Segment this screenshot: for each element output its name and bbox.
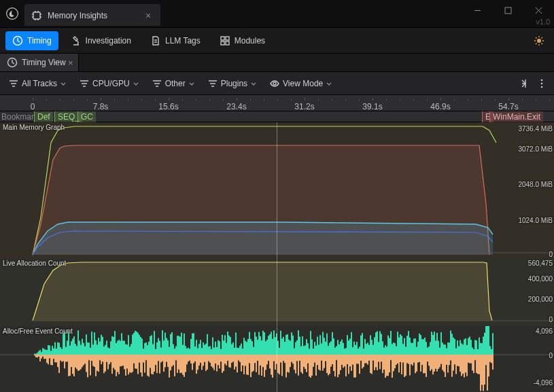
svg-rect-164 xyxy=(132,335,133,355)
svg-rect-301 xyxy=(224,355,226,363)
svg-rect-650 xyxy=(462,344,464,355)
maximize-button[interactable] xyxy=(493,0,523,20)
svg-rect-533 xyxy=(382,355,383,373)
bookmark-gc[interactable]: GC xyxy=(77,111,96,122)
svg-rect-472 xyxy=(341,340,343,355)
close-doc-tab-icon[interactable]: × xyxy=(66,58,75,68)
tab-timing[interactable]: Timing xyxy=(5,31,58,50)
svg-rect-83 xyxy=(76,355,77,369)
bookmark-winmain-exit[interactable]: WinMain.Exit xyxy=(489,111,543,122)
svg-rect-136 xyxy=(113,337,114,355)
svg-rect-541 xyxy=(387,355,389,376)
svg-rect-402 xyxy=(294,349,295,355)
svg-rect-662 xyxy=(470,340,472,355)
svg-rect-183 xyxy=(144,355,145,373)
svg-rect-470 xyxy=(340,342,341,355)
svg-rect-633 xyxy=(450,355,451,361)
svg-rect-207 xyxy=(160,355,162,362)
time-ruler[interactable]: 07.8s15.6s23.4s31.2s39.1s46.9s54.7s xyxy=(0,95,554,111)
svg-rect-195 xyxy=(152,355,154,374)
filter-other[interactable]: Other xyxy=(148,75,199,92)
window-tab-memory-insights[interactable]: Memory Insights × xyxy=(24,4,160,26)
svg-rect-403 xyxy=(294,355,295,370)
svg-rect-105 xyxy=(91,355,92,361)
cpu-filter-icon xyxy=(79,78,90,89)
svg-rect-455 xyxy=(329,355,330,374)
ruler-tick-label: 0 xyxy=(31,102,35,111)
svg-rect-30 xyxy=(41,352,42,355)
svg-rect-372 xyxy=(273,330,275,355)
svg-rect-694 xyxy=(492,333,494,355)
svg-rect-340 xyxy=(252,341,253,355)
svg-rect-112 xyxy=(97,344,98,355)
eye-icon xyxy=(269,78,280,89)
svg-rect-22 xyxy=(35,354,37,355)
svg-rect-28 xyxy=(39,350,41,355)
svg-rect-404 xyxy=(295,342,296,355)
svg-rect-270 xyxy=(204,345,205,355)
svg-rect-646 xyxy=(460,340,461,355)
svg-rect-104 xyxy=(91,332,92,355)
svg-rect-185 xyxy=(145,355,147,360)
svg-rect-409 xyxy=(298,355,299,376)
filter-all-tracks[interactable]: All Tracks xyxy=(4,75,71,92)
theme-toggle-button[interactable] xyxy=(530,31,549,50)
y-axis-label: 3736.4 MiB xyxy=(518,125,553,132)
timing-graphs-viewport[interactable]: Main Memory Graph 3736.4 MiB3072.0 MiB20… xyxy=(0,122,554,392)
svg-rect-367 xyxy=(269,355,271,368)
svg-rect-436 xyxy=(317,337,318,355)
filter-plugins[interactable]: Plugins xyxy=(203,75,261,92)
svg-rect-520 xyxy=(374,337,375,355)
svg-rect-267 xyxy=(201,355,203,370)
filter-view-mode[interactable]: View Mode xyxy=(265,75,336,92)
svg-rect-217 xyxy=(167,355,169,367)
more-options-button[interactable] xyxy=(534,75,550,92)
svg-rect-157 xyxy=(126,355,128,368)
ruler-tick xyxy=(101,98,101,101)
svg-rect-52 xyxy=(56,349,57,355)
svg-rect-425 xyxy=(309,355,310,376)
filter-cpu-gpu[interactable]: CPU/GPU xyxy=(75,75,143,92)
svg-rect-237 xyxy=(181,355,182,373)
minimize-button[interactable] xyxy=(462,0,493,20)
bookmark-def[interactable]: Def xyxy=(34,111,53,122)
svg-rect-290 xyxy=(218,340,219,355)
svg-rect-429 xyxy=(311,355,313,376)
svg-rect-349 xyxy=(257,355,258,361)
svg-rect-476 xyxy=(344,349,345,355)
tab-investigation[interactable]: Investigation xyxy=(64,31,138,50)
svg-rect-507 xyxy=(364,355,366,363)
svg-rect-292 xyxy=(219,341,220,355)
svg-rect-79 xyxy=(73,355,75,376)
svg-rect-651 xyxy=(462,355,464,374)
tab-llm-tags[interactable]: LLM Tags xyxy=(143,31,207,50)
svg-point-12 xyxy=(541,82,543,84)
svg-rect-559 xyxy=(400,355,401,362)
doc-tab-timing-view[interactable]: Timing View × xyxy=(0,54,79,71)
dock-right-button[interactable] xyxy=(513,75,530,92)
svg-rect-405 xyxy=(295,355,296,374)
time-cursor[interactable] xyxy=(277,122,277,392)
svg-rect-525 xyxy=(377,355,378,370)
svg-rect-385 xyxy=(281,355,283,376)
svg-rect-526 xyxy=(378,342,379,355)
svg-rect-291 xyxy=(218,355,219,365)
svg-rect-681 xyxy=(483,355,484,391)
svg-rect-232 xyxy=(178,336,179,355)
svg-rect-499 xyxy=(359,355,360,374)
bookmarks-track[interactable]: Bookmar DefSEQ_GCEWinMain.Exit xyxy=(0,111,554,122)
svg-rect-355 xyxy=(261,355,262,376)
svg-rect-276 xyxy=(208,346,209,355)
svg-rect-579 xyxy=(413,355,415,363)
svg-rect-593 xyxy=(423,355,424,373)
svg-rect-188 xyxy=(148,342,150,355)
svg-rect-487 xyxy=(351,355,352,371)
close-tab-icon[interactable]: × xyxy=(143,10,154,21)
tab-modules[interactable]: Modules xyxy=(213,31,272,50)
svg-rect-570 xyxy=(408,331,409,355)
svg-rect-647 xyxy=(460,355,461,372)
svg-rect-233 xyxy=(178,355,179,370)
svg-rect-73 xyxy=(69,355,71,376)
svg-rect-628 xyxy=(447,342,449,355)
svg-rect-197 xyxy=(154,355,155,372)
